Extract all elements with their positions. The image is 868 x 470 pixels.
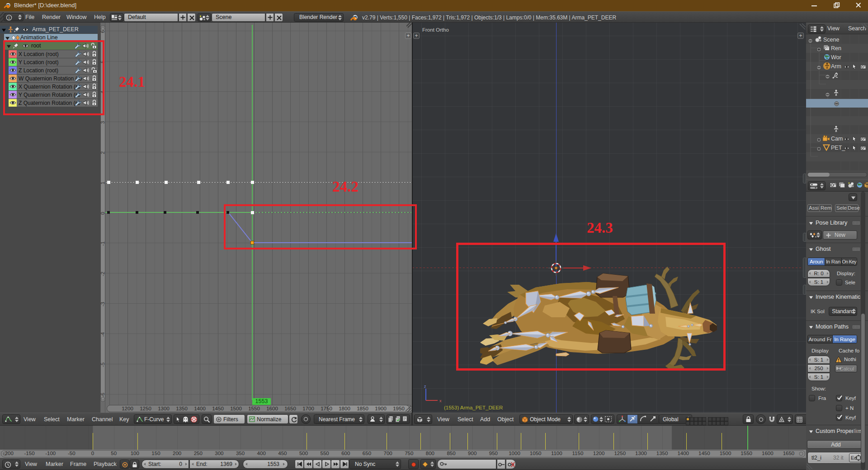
svg-text:i: i xyxy=(9,15,10,20)
svg-text:z: z xyxy=(424,384,426,389)
svg-text:x: x xyxy=(439,399,442,403)
